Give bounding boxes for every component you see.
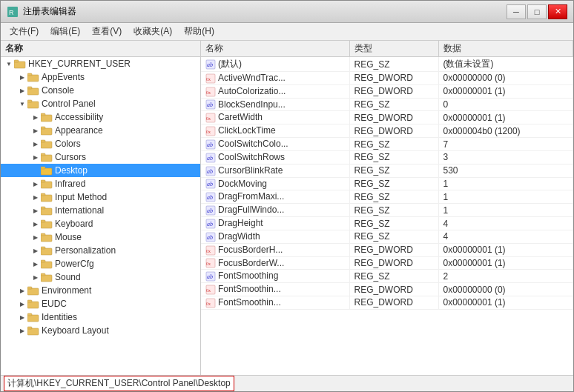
tree-node-label: PowerCfg — [55, 259, 94, 269]
table-row[interactable]: abDockMovingREG_SZ1 — [201, 177, 573, 190]
value-type: REG_SZ — [349, 177, 438, 190]
table-row[interactable]: 0xFocusBorderH...REG_DWORD0x00000001 (1) — [201, 243, 573, 256]
table-row[interactable]: abBlockSendInpu...REG_SZ0 — [201, 98, 573, 111]
value-name-text: ClickLockTime — [218, 125, 276, 136]
expand-icon: ▶ — [30, 272, 41, 282]
tree-node-international[interactable]: ▶ International — [1, 204, 200, 217]
value-name: abDragFromMaxi... — [201, 190, 349, 204]
value-data: 0x00000000 (0) — [438, 283, 573, 296]
tree-node-desktop[interactable]: Desktop — [1, 164, 200, 177]
table-row[interactable]: abDragFullWindo...REG_SZ1 — [201, 204, 573, 217]
table-row[interactable]: abDragFromMaxi...REG_SZ1 — [201, 190, 573, 204]
value-name: abCursorBlinkRate — [201, 164, 349, 177]
tree-node-eudc[interactable]: ▶ EUDC — [1, 297, 200, 310]
tree-node-label: Keyboard — [55, 219, 93, 229]
tree-node-label: Accessibility — [55, 112, 103, 122]
svg-text:ab: ab — [207, 142, 213, 148]
table-row[interactable]: abCoolSwitchColo...REG_SZ7 — [201, 138, 573, 151]
tree-node-cursors[interactable]: ▶ Cursors — [1, 150, 200, 164]
tree-node-label: HKEY_CURRENT_USER — [28, 59, 131, 69]
svg-text:ab: ab — [207, 234, 213, 241]
expand-icon: ▶ — [17, 325, 27, 336]
value-name-text: FocusBorderW... — [218, 258, 284, 268]
value-name: 0xFontSmoothin... — [201, 283, 349, 296]
ab-icon: ab — [205, 139, 216, 150]
title-buttons: ─ □ ✕ — [507, 4, 567, 19]
table-row[interactable]: abDragWidthREG_SZ4 — [201, 230, 573, 243]
tree-node-controlpanel[interactable]: ▼ Control Panel — [1, 97, 200, 110]
menu-view[interactable]: 查看(V) — [86, 24, 128, 39]
main-content: 名称▼ HKEY_CURRENT_USER▶ AppEvents▶ Consol… — [1, 41, 573, 375]
svg-rect-25 — [41, 207, 45, 209]
value-name: 0xAutoColorizatio... — [201, 84, 349, 98]
table-row[interactable]: abCoolSwitchRowsREG_SZ3 — [201, 150, 573, 164]
tree-node-mouse[interactable]: ▶ Mouse — [1, 230, 200, 244]
svg-rect-32 — [41, 262, 52, 268]
value-type: REG_DWORD — [349, 111, 438, 124]
tree-node-appevents[interactable]: ▶ AppEvents — [1, 70, 200, 84]
menu-file[interactable]: 文件(F) — [4, 24, 44, 39]
table-row[interactable]: ab(默认)REG_SZ(数值未设置) — [201, 57, 573, 72]
value-type: REG_DWORD — [349, 283, 438, 296]
tree-node-accessibility[interactable]: ▶ Accessibility — [1, 110, 200, 124]
table-row[interactable]: 0xFontSmoothin...REG_DWORD0x00000001 (1) — [201, 296, 573, 310]
value-data: 4 — [438, 230, 573, 243]
value-name: abDragFullWindo... — [201, 204, 349, 217]
table-row[interactable]: 0xClickLockTimeREG_DWORD0x000004b0 (1200… — [201, 124, 573, 138]
tree-node-powercfg[interactable]: ▶ PowerCfg — [1, 257, 200, 270]
value-type: REG_DWORD — [349, 256, 438, 270]
tree-node-sound[interactable]: ▶ Sound — [1, 270, 200, 284]
tree-node-environment[interactable]: ▶ Environment — [1, 284, 200, 297]
ab-icon: ab — [205, 232, 216, 242]
svg-text:ab: ab — [207, 102, 213, 108]
tree-node-infrared[interactable]: ▶ Infrared — [1, 177, 200, 190]
table-row[interactable]: 0xFontSmoothin...REG_DWORD0x00000000 (0) — [201, 283, 573, 296]
folder-icon — [41, 272, 53, 282]
tree-node-colors[interactable]: ▶ Colors — [1, 137, 200, 150]
table-row[interactable]: 0xFocusBorderW...REG_DWORD0x00000001 (1) — [201, 256, 573, 270]
expand-icon: ▶ — [17, 72, 27, 82]
tree-node-appearance[interactable]: ▶ Appearance — [1, 124, 200, 137]
title-bar: R 注册表编辑器 ─ □ ✕ — [1, 1, 573, 23]
table-row[interactable]: abCursorBlinkRateREG_SZ530 — [201, 164, 573, 177]
table-row[interactable]: 0xCaretWidthREG_DWORD0x00000001 (1) — [201, 111, 573, 124]
table-row[interactable]: abDragHeightREG_SZ4 — [201, 217, 573, 230]
minimize-button[interactable]: ─ — [507, 4, 526, 19]
tree-node-keyboardlayout[interactable]: ▶ Keyboard Layout — [1, 324, 200, 337]
table-row[interactable]: abFontSmoothingREG_SZ2 — [201, 270, 573, 283]
ab-icon: ab — [205, 271, 216, 282]
svg-rect-17 — [41, 153, 45, 156]
menu-help[interactable]: 帮助(H) — [178, 24, 220, 39]
maximize-button[interactable]: □ — [527, 4, 547, 19]
svg-rect-9 — [27, 100, 32, 102]
tree-node-label: Control Panel — [42, 99, 96, 109]
svg-rect-43 — [27, 327, 32, 329]
folder-icon — [27, 72, 39, 82]
value-name-text: FontSmoothin... — [218, 284, 281, 294]
tree-node-inputmethod[interactable]: ▶ Input Method — [1, 190, 200, 204]
tree-node-personalization[interactable]: ▶ Personalization — [1, 244, 200, 257]
value-name-text: DockMoving — [218, 179, 267, 189]
tree-node-hkcu[interactable]: ▼ HKEY_CURRENT_USER — [1, 57, 200, 70]
value-name: abDragWidth — [201, 230, 349, 243]
svg-text:ab: ab — [207, 221, 213, 227]
svg-text:R: R — [9, 9, 14, 16]
svg-text:ab: ab — [207, 155, 213, 162]
table-row[interactable]: 0xAutoColorizatio...REG_DWORD0x00000001 … — [201, 84, 573, 98]
menu-favorites[interactable]: 收藏夹(A) — [128, 24, 178, 39]
tree-node-identities[interactable]: ▶ Identities — [1, 310, 200, 324]
value-name-text: CoolSwitchColo... — [218, 139, 288, 149]
value-name-text: AutoColorizatio... — [218, 86, 286, 96]
table-row[interactable]: 0xActiveWndTrac...REG_DWORD0x00000000 (0… — [201, 72, 573, 85]
close-button[interactable]: ✕ — [548, 4, 567, 19]
value-type: REG_SZ — [349, 217, 438, 230]
app-icon: R — [7, 6, 19, 18]
ab-icon: ab — [205, 205, 216, 216]
ab-icon: ab — [205, 153, 216, 163]
svg-rect-29 — [41, 233, 45, 236]
tree-node-console[interactable]: ▶ Console — [1, 84, 200, 97]
value-name-text: (默认) — [218, 59, 242, 69]
tree-node-keyboard[interactable]: ▶ Keyboard — [1, 217, 200, 230]
menu-edit[interactable]: 编辑(E) — [44, 24, 86, 39]
ab-icon: ab — [205, 219, 216, 229]
